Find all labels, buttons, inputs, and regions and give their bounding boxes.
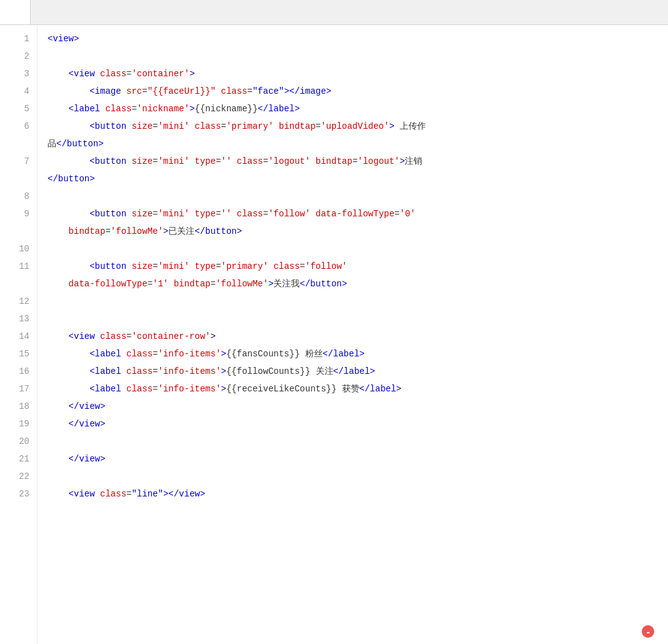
code-line: <view> <box>48 30 668 48</box>
line-number <box>0 223 29 240</box>
line-number: 8 <box>0 188 29 205</box>
tab-close-button[interactable] <box>15 11 20 14</box>
code-line: data-followType='1' bindtap='followMe'>关… <box>48 275 668 293</box>
watermark-icon: ☁ <box>642 625 654 638</box>
line-number: 21 <box>0 450 29 468</box>
code-line: <image src="{{faceUrl}}" class="face"></… <box>48 83 668 100</box>
line-number: 17 <box>0 380 29 398</box>
line-number: 23 <box>0 485 29 503</box>
line-number: 12 <box>0 293 29 310</box>
line-number-gutter: 123456 7 89 1011 12131415161718192021222… <box>0 25 38 644</box>
code-line <box>48 310 668 328</box>
code-line: </view> <box>48 450 668 468</box>
code-line: <button size='mini' type='primary' class… <box>48 258 668 275</box>
code-line: <button size='mini' class='primary' bind… <box>48 118 668 135</box>
line-number: 3 <box>0 65 29 83</box>
line-number: 19 <box>0 415 29 433</box>
code-line: <view class="line"></view> <box>48 485 668 503</box>
line-number: 4 <box>0 83 29 100</box>
line-number: 9 <box>0 205 29 223</box>
line-number: 6 <box>0 118 29 135</box>
code-line: <label class='info-items'>{{receiveLikeC… <box>48 380 668 398</box>
active-tab[interactable] <box>0 0 31 24</box>
tab-bar <box>0 0 668 25</box>
line-number: 16 <box>0 363 29 380</box>
code-line <box>48 240 668 258</box>
line-number: 5 <box>0 100 29 118</box>
code-line: 品</button> <box>48 135 668 153</box>
line-number: 7 <box>0 153 29 170</box>
code-line: <label class='info-items'>{{fansCounts}}… <box>48 345 668 363</box>
line-number: 20 <box>0 433 29 450</box>
code-editor: 123456 7 89 1011 12131415161718192021222… <box>0 25 668 644</box>
line-number: 14 <box>0 328 29 345</box>
code-line <box>48 468 668 485</box>
line-number <box>0 275 29 293</box>
code-line <box>48 433 668 450</box>
code-line: <label class='nickname'>{{nickname}}</la… <box>48 100 668 118</box>
code-line: <label class='info-items'>{{followCounts… <box>48 363 668 380</box>
code-content: <view> <view class='container'> <image s… <box>38 25 668 644</box>
code-line: bindtap='followMe'>已关注</button> <box>48 223 668 240</box>
code-line <box>48 188 668 205</box>
line-number: 18 <box>0 398 29 415</box>
watermark: ☁ <box>642 625 658 638</box>
code-line <box>48 48 668 65</box>
code-line: <view class='container-row'> <box>48 328 668 345</box>
line-number: 15 <box>0 345 29 363</box>
line-number: 10 <box>0 240 29 258</box>
code-line: </view> <box>48 398 668 415</box>
code-line: <button size='mini' type='' class='follo… <box>48 205 668 223</box>
code-line <box>48 293 668 310</box>
code-line: <button size='mini' type='' class='logou… <box>48 153 668 170</box>
code-line: </view> <box>48 415 668 433</box>
line-number <box>0 135 29 153</box>
line-number <box>0 170 29 188</box>
line-number: 11 <box>0 258 29 275</box>
line-number: 13 <box>0 310 29 328</box>
line-number: 1 <box>0 30 29 48</box>
line-number: 22 <box>0 468 29 485</box>
code-line: <view class='container'> <box>48 65 668 83</box>
code-line: </button> <box>48 170 668 188</box>
line-number: 2 <box>0 48 29 65</box>
